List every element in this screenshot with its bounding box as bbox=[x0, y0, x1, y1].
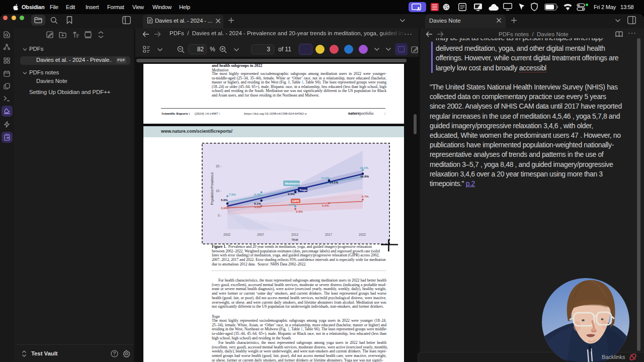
svg-text:Yoga: Yoga bbox=[299, 188, 307, 192]
svg-text:0 -: 0 - bbox=[218, 214, 221, 217]
svg-text:9.5%: 9.5% bbox=[288, 193, 295, 196]
svg-text:2022: 2022 bbox=[359, 233, 366, 236]
svg-text:10 -: 10 - bbox=[216, 189, 221, 193]
svg-text:14.1%: 14.1% bbox=[330, 181, 339, 184]
svg-text:7.8%: 7.8% bbox=[229, 193, 236, 196]
svg-text:4.0%: 4.0% bbox=[254, 206, 261, 209]
svg-text:6.1%: 6.1% bbox=[254, 202, 261, 205]
svg-text:16.8%: 16.8% bbox=[360, 175, 369, 178]
svg-text:2002: 2002 bbox=[223, 233, 231, 236]
svg-text:4.1%: 4.1% bbox=[288, 203, 295, 206]
svg-text:5.2%: 5.2% bbox=[322, 204, 329, 207]
svg-text:5.0%: 5.0% bbox=[221, 199, 228, 202]
svg-text:14.2%: 14.2% bbox=[321, 176, 330, 179]
svg-text:2017: 2017 bbox=[325, 233, 333, 236]
svg-text:18.3%: 18.3% bbox=[360, 166, 369, 169]
svg-text:2012: 2012 bbox=[291, 233, 299, 236]
svg-text:2007: 2007 bbox=[257, 233, 265, 236]
svg-text:20 -: 20 - bbox=[216, 164, 221, 168]
svg-text:Meditation: Meditation bbox=[285, 182, 301, 185]
svg-text:Year: Year bbox=[291, 238, 299, 241]
svg-text:GIPR: GIPR bbox=[292, 200, 300, 203]
svg-text:6.7%: 6.7% bbox=[362, 195, 369, 198]
svg-text:2.9%: 2.9% bbox=[296, 210, 303, 213]
svg-text:3.9%: 3.9% bbox=[221, 207, 228, 210]
svg-text:9.4%: 9.4% bbox=[254, 193, 261, 196]
svg-text:Population Prevalence: Population Prevalence bbox=[210, 172, 214, 205]
